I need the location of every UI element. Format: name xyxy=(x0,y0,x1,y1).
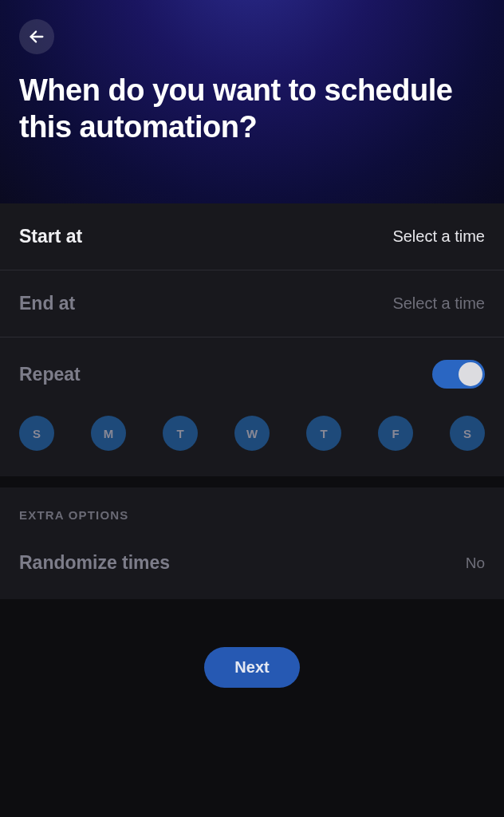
header-panel: When do you want to schedule this automa… xyxy=(0,0,504,203)
section-divider xyxy=(0,476,504,487)
start-at-value: Select a time xyxy=(392,227,485,246)
day-thursday[interactable]: T xyxy=(306,416,341,451)
toggle-knob xyxy=(459,362,482,386)
repeat-row: Repeat xyxy=(19,360,485,389)
days-row: S M T W T F S xyxy=(19,416,485,451)
extra-options-header: EXTRA OPTIONS xyxy=(0,487,504,535)
day-tuesday[interactable]: T xyxy=(163,416,198,451)
end-at-value: Select a time xyxy=(392,294,485,313)
day-saturday[interactable]: S xyxy=(450,416,485,451)
form-panel: Start at Select a time End at Select a t… xyxy=(0,203,504,476)
footer-divider xyxy=(0,599,504,609)
back-arrow-icon xyxy=(28,28,45,45)
end-at-label: End at xyxy=(19,293,75,314)
repeat-label: Repeat xyxy=(19,364,81,385)
extra-options-panel: EXTRA OPTIONS Randomize times No xyxy=(0,487,504,599)
next-button[interactable]: Next xyxy=(204,647,299,688)
repeat-toggle[interactable] xyxy=(432,360,485,389)
start-at-row[interactable]: Start at Select a time xyxy=(0,203,504,270)
day-wednesday[interactable]: W xyxy=(234,416,270,451)
randomize-label: Randomize times xyxy=(19,552,170,574)
start-at-label: Start at xyxy=(19,226,82,247)
end-at-row[interactable]: End at Select a time xyxy=(0,270,504,337)
randomize-value: No xyxy=(466,555,485,572)
repeat-section: Repeat S M T W T F S xyxy=(0,337,504,476)
footer: Next xyxy=(0,609,504,688)
page-title: When do you want to schedule this automa… xyxy=(19,72,485,146)
back-button[interactable] xyxy=(19,19,54,54)
randomize-row[interactable]: Randomize times No xyxy=(0,535,504,599)
day-sunday[interactable]: S xyxy=(19,416,54,451)
day-monday[interactable]: M xyxy=(91,416,126,451)
day-friday[interactable]: F xyxy=(378,416,413,451)
